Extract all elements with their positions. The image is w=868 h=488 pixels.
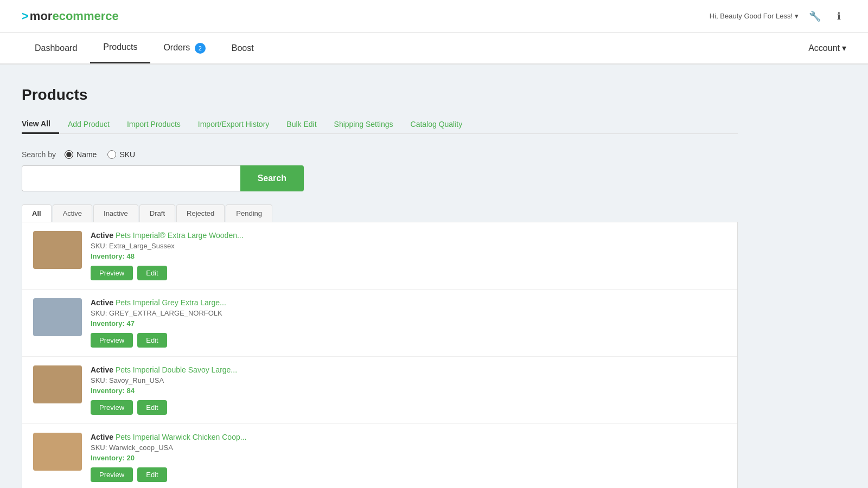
product-status: Active	[91, 433, 116, 441]
filter-tab-draft[interactable]: Draft	[139, 204, 175, 222]
product-sku: SKU: GREY_EXTRA_LARGE_NORFOLK	[91, 309, 726, 317]
main-nav: Dashboard Products Orders 2 Boost Accoun…	[0, 33, 868, 65]
search-input[interactable]	[22, 165, 240, 191]
filter-tab-active[interactable]: Active	[53, 204, 92, 222]
product-info: Active Pets Imperial Grey Extra Large...…	[91, 298, 726, 348]
sub-nav: View All Add Product Import Products Imp…	[22, 114, 738, 134]
search-radio-group: Name SKU	[65, 150, 135, 159]
product-status-name: Active Pets Imperial Warwick Chicken Coo…	[91, 433, 726, 441]
product-sku: SKU: Savoy_Run_USA	[91, 376, 726, 384]
product-image	[33, 231, 82, 269]
product-info: Active Pets Imperial Double Savoy Large.…	[91, 365, 726, 415]
product-row: Active Pets Imperial Double Savoy Large.…	[22, 357, 737, 424]
product-status-name: Active Pets Imperial Double Savoy Large.…	[91, 365, 726, 374]
product-actions: Preview Edit	[91, 266, 726, 280]
product-status: Active	[91, 365, 116, 374]
product-sku: SKU: Warwick_coop_USA	[91, 444, 726, 452]
main-content: Products View All Add Product Import Pro…	[0, 65, 760, 488]
radio-name[interactable]: Name	[65, 150, 97, 159]
logo-arrow: >	[22, 9, 29, 23]
products-list: Active Pets Imperial® Extra Large Wooden…	[22, 222, 738, 488]
preview-button[interactable]: Preview	[91, 266, 133, 280]
filter-tabs: All Active Inactive Draft Rejected Pendi…	[22, 204, 738, 222]
radio-sku-input[interactable]	[107, 150, 116, 159]
search-by-row: Search by Name SKU	[22, 150, 738, 159]
account-chevron-icon: ▾	[842, 43, 846, 53]
preview-button[interactable]: Preview	[91, 333, 133, 348]
product-info: Active Pets Imperial® Extra Large Wooden…	[91, 231, 726, 280]
header-right: Hi, Beauty Good For Less! ▾ 🔧 ℹ	[710, 9, 846, 24]
sub-nav-view-all[interactable]: View All	[22, 115, 59, 134]
product-row: Active Pets Imperial Grey Extra Large...…	[22, 290, 737, 357]
sub-nav-shipping-settings[interactable]: Shipping Settings	[326, 115, 402, 133]
product-row: Active Pets Imperial® Extra Large Wooden…	[22, 222, 737, 290]
product-status: Active	[91, 298, 116, 307]
greeting-text: Hi, Beauty Good For Less!	[710, 12, 793, 20]
nav-item-boost[interactable]: Boost	[219, 34, 267, 63]
sub-nav-bulk-edit[interactable]: Bulk Edit	[278, 115, 325, 133]
nav-item-dashboard[interactable]: Dashboard	[22, 34, 90, 63]
edit-button[interactable]: Edit	[137, 467, 167, 482]
product-inventory: Inventory: 84	[91, 387, 726, 395]
page-title: Products	[22, 86, 738, 104]
filter-tab-all[interactable]: All	[22, 204, 52, 222]
product-status-name: Active Pets Imperial Grey Extra Large...	[91, 298, 726, 307]
radio-name-label: Name	[76, 150, 97, 159]
product-actions: Preview Edit	[91, 333, 726, 348]
product-image	[33, 365, 82, 403]
product-name-link[interactable]: Pets Imperial Grey Extra Large...	[116, 298, 226, 307]
filter-tab-pending[interactable]: Pending	[226, 204, 272, 222]
logo: >morecommerce	[22, 9, 119, 23]
product-image	[33, 433, 82, 471]
info-icon[interactable]: ℹ	[831, 9, 846, 24]
preview-button[interactable]: Preview	[91, 400, 133, 415]
wrench-icon[interactable]: 🔧	[807, 9, 822, 24]
header: >morecommerce Hi, Beauty Good For Less! …	[0, 0, 868, 33]
product-sku: SKU: Extra_Large_Sussex	[91, 242, 726, 250]
edit-button[interactable]: Edit	[137, 400, 167, 415]
greeting-chevron-icon: ▾	[795, 12, 799, 20]
product-actions: Preview Edit	[91, 467, 726, 482]
account-label: Account	[808, 43, 840, 53]
preview-button[interactable]: Preview	[91, 467, 133, 482]
filter-tab-rejected[interactable]: Rejected	[176, 204, 225, 222]
search-by-label: Search by	[22, 150, 56, 159]
logo-more: mor	[30, 9, 53, 23]
edit-button[interactable]: Edit	[137, 266, 167, 280]
search-section: Search by Name SKU Search	[22, 150, 738, 191]
product-status: Active	[91, 231, 116, 240]
product-name-link[interactable]: Pets Imperial Warwick Chicken Coop...	[116, 433, 246, 441]
radio-name-input[interactable]	[65, 150, 73, 159]
orders-badge: 2	[195, 43, 206, 54]
nav-item-products[interactable]: Products	[90, 33, 150, 63]
product-name-link[interactable]: Pets Imperial® Extra Large Wooden...	[116, 231, 244, 240]
radio-sku-label: SKU	[119, 150, 135, 159]
account-menu[interactable]: Account ▾	[808, 33, 846, 63]
product-info: Active Pets Imperial Warwick Chicken Coo…	[91, 433, 726, 482]
edit-button[interactable]: Edit	[137, 333, 167, 348]
sub-nav-catalog-quality[interactable]: Catalog Quality	[402, 115, 471, 133]
radio-sku[interactable]: SKU	[107, 150, 135, 159]
sub-nav-import-export-history[interactable]: Import/Export History	[189, 115, 278, 133]
search-button[interactable]: Search	[240, 165, 304, 191]
product-image	[33, 298, 82, 336]
product-inventory: Inventory: 48	[91, 252, 726, 260]
sub-nav-add-product[interactable]: Add Product	[59, 115, 118, 133]
product-inventory: Inventory: 20	[91, 454, 726, 462]
product-name-link[interactable]: Pets Imperial Double Savoy Large...	[116, 365, 237, 374]
product-status-name: Active Pets Imperial® Extra Large Wooden…	[91, 231, 726, 240]
greeting[interactable]: Hi, Beauty Good For Less! ▾	[710, 12, 799, 20]
logo-ecommerce: ecommerce	[52, 9, 118, 23]
search-row: Search	[22, 165, 304, 191]
nav-item-orders[interactable]: Orders 2	[150, 33, 218, 63]
nav-left: Dashboard Products Orders 2 Boost	[22, 33, 267, 63]
filter-tab-inactive[interactable]: Inactive	[93, 204, 138, 222]
product-row: Active Pets Imperial Warwick Chicken Coo…	[22, 424, 737, 488]
product-actions: Preview Edit	[91, 400, 726, 415]
sub-nav-import-products[interactable]: Import Products	[118, 115, 189, 133]
product-inventory: Inventory: 47	[91, 319, 726, 328]
